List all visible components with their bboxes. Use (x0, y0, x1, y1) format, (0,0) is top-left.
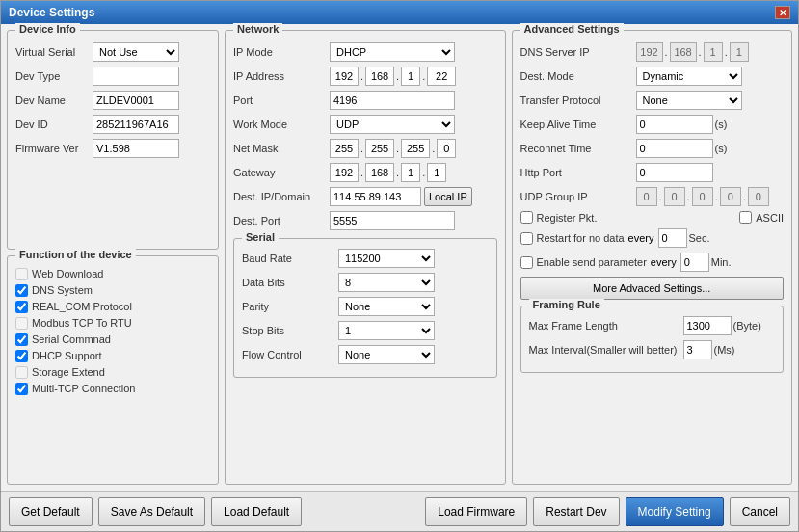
transfer-protocol-label: Transfer Protocol (520, 94, 636, 106)
network-label: Network (233, 23, 282, 35)
dev-id-input[interactable] (93, 115, 179, 134)
more-advanced-button[interactable]: More Advaced Settings... (520, 277, 785, 300)
net-mask-label: Net Mask (233, 143, 330, 154)
dev-name-input[interactable] (93, 91, 179, 110)
firmware-ver-input[interactable] (93, 139, 179, 158)
stop-bits-select[interactable]: 1 (338, 321, 435, 340)
func-dhcp-support[interactable] (15, 350, 28, 362)
dns4[interactable] (730, 42, 749, 62)
dns1[interactable] (636, 42, 663, 62)
ip3[interactable] (401, 66, 420, 86)
func-dns-system[interactable] (15, 284, 28, 297)
dest-mode-select[interactable]: Dynamic (636, 66, 742, 86)
dev-type-input[interactable] (93, 66, 179, 86)
flow-control-select[interactable]: None (338, 345, 435, 364)
restart-every-input[interactable] (658, 228, 687, 248)
port-label: Port (233, 94, 330, 106)
nm3[interactable] (401, 139, 430, 158)
net-mask-field: . . . (330, 139, 456, 158)
max-interval-input[interactable] (683, 340, 712, 359)
baud-rate-label: Baud Rate (242, 253, 338, 264)
udp5[interactable] (748, 187, 769, 206)
save-as-default-button[interactable]: Save As Default (98, 497, 205, 526)
dest-port-input[interactable] (330, 211, 455, 230)
gateway-field: . . . (330, 163, 446, 182)
device-info-group: Device Info Virtual Serial Not Use Dev T… (7, 30, 219, 250)
func-multi-tcp[interactable] (15, 383, 28, 395)
get-default-button[interactable]: Get Default (9, 497, 93, 526)
dest-ip-input[interactable] (330, 187, 421, 206)
udp2[interactable] (664, 187, 685, 206)
baud-rate-select[interactable]: 115200 (338, 249, 435, 268)
udp1[interactable] (636, 187, 657, 206)
right-column: Advanced Settings DNS Server IP . . . (512, 30, 793, 485)
local-ip-button[interactable]: Local IP (424, 187, 472, 206)
http-port-input[interactable] (636, 163, 713, 182)
data-bits-select[interactable]: 8 (338, 273, 435, 292)
load-default-button[interactable]: Load Default (211, 497, 302, 526)
gw2[interactable] (365, 163, 394, 182)
dns-server-ip-label: DNS Server IP (520, 46, 636, 58)
cancel-button[interactable]: Cancel (730, 497, 790, 526)
func-storage[interactable] (15, 366, 28, 379)
max-interval-label: Max Interval(Smaller will better) (529, 344, 683, 356)
reconnet-label: Reconnet Time (520, 143, 636, 154)
nm1[interactable] (330, 139, 359, 158)
restart-unit: Sec. (689, 232, 710, 244)
advanced-group: Advanced Settings DNS Server IP . . . (512, 30, 793, 485)
ascii-label: ASCII (756, 212, 784, 224)
udp4[interactable] (720, 187, 741, 206)
keep-alive-unit: (s) (715, 119, 728, 130)
enable-send-input[interactable] (680, 253, 709, 272)
close-button[interactable]: ✕ (775, 6, 790, 19)
serial-label: Serial (242, 231, 279, 243)
port-input[interactable] (330, 91, 455, 110)
function-label: Function of the device (15, 249, 136, 260)
register-pkt-checkbox[interactable] (520, 211, 533, 224)
network-group: Network IP Mode DHCP IP Address . . (225, 30, 506, 485)
dev-type-label: Dev Type (15, 70, 93, 82)
http-port-label: Http Port (520, 167, 636, 178)
func-modbus[interactable] (15, 317, 28, 330)
modify-setting-button[interactable]: Modify Setting (626, 497, 724, 526)
keep-alive-input[interactable] (636, 115, 713, 134)
func-web-download[interactable] (15, 268, 28, 280)
parity-label: Parity (242, 301, 338, 312)
restart-no-data-checkbox[interactable] (520, 232, 533, 245)
max-frame-input[interactable] (683, 316, 732, 335)
ip4[interactable] (427, 66, 456, 86)
reconnet-input[interactable] (636, 139, 713, 158)
dns3[interactable] (704, 42, 723, 62)
restart-dev-button[interactable]: Restart Dev (533, 497, 619, 526)
ip-mode-select[interactable]: DHCP (330, 42, 455, 62)
ip1[interactable] (330, 66, 359, 86)
ip2[interactable] (365, 66, 394, 86)
device-settings-window: Device Settings ✕ Device Info Virtual Se… (0, 0, 799, 532)
ascii-checkbox[interactable] (739, 211, 752, 224)
gw1[interactable] (330, 163, 359, 182)
dev-id-label: Dev ID (15, 119, 93, 130)
load-firmware-button[interactable]: Load Firmware (425, 497, 527, 526)
parity-select[interactable]: None (338, 297, 435, 316)
virtual-serial-select[interactable]: Not Use (93, 42, 179, 62)
nm4[interactable] (437, 139, 456, 158)
dest-mode-label: Dest. Mode (520, 70, 636, 82)
transfer-protocol-select[interactable]: None (636, 91, 742, 110)
gw3[interactable] (401, 163, 420, 182)
func-real-com[interactable] (15, 301, 28, 313)
udp-group-ip-label: UDP Group IP (520, 191, 636, 202)
ip-address-field: . . . (330, 66, 456, 86)
enable-send-checkbox[interactable] (520, 256, 533, 269)
dns2[interactable] (670, 42, 697, 62)
func-serial-cmd[interactable] (15, 333, 28, 346)
bottom-bar: Get Default Save As Default Load Default… (1, 491, 798, 531)
gw4[interactable] (427, 163, 446, 182)
advanced-label: Advanced Settings (520, 23, 624, 35)
udp3[interactable] (692, 187, 713, 206)
work-mode-select[interactable]: UDP (330, 115, 455, 134)
reconnet-unit: (s) (715, 143, 728, 154)
max-interval-unit: (Ms) (714, 344, 735, 356)
stop-bits-label: Stop Bits (242, 325, 338, 336)
nm2[interactable] (365, 139, 394, 158)
max-frame-label: Max Frame Length (529, 320, 683, 332)
